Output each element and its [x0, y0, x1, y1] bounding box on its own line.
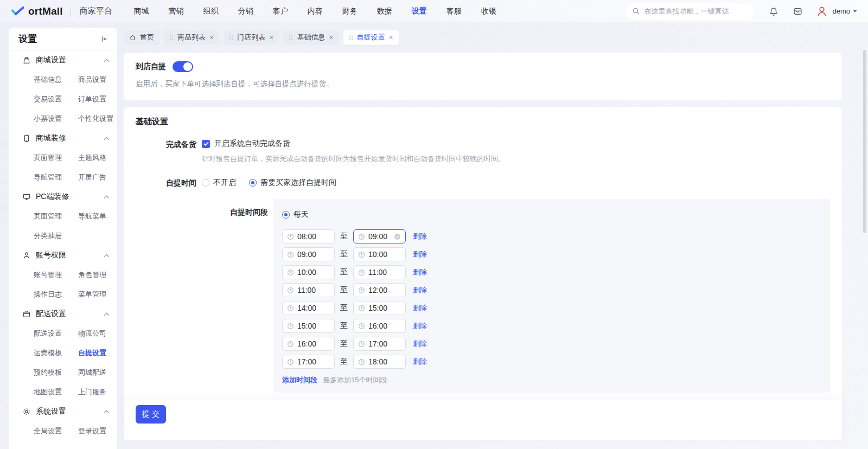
tab-home[interactable]: 首页 — [124, 30, 159, 45]
time-end-input[interactable]: 17:00 — [353, 337, 406, 351]
sidebar-item-pickup-settings[interactable]: 自提设置 — [78, 343, 117, 363]
sidebar-item[interactable]: 同城配送 — [78, 363, 117, 382]
store-pickup-toggle[interactable] — [173, 61, 193, 72]
nav-settings[interactable]: 设置 — [412, 7, 427, 16]
sidebar-section-mall-settings[interactable]: 商城设置 — [9, 50, 117, 70]
pickup-time-label: 自提时间 — [136, 177, 196, 188]
nav-content[interactable]: 内容 — [308, 7, 323, 16]
sidebar-item[interactable]: 个性化设置 — [78, 109, 117, 129]
time-end-input[interactable]: 10:00 — [353, 247, 406, 261]
delete-slot-link[interactable]: 删除 — [413, 232, 427, 241]
sidebar-item[interactable]: 上门服务 — [78, 382, 117, 402]
sidebar-item[interactable]: 小票设置 — [34, 109, 78, 129]
sidebar-item[interactable]: 基础信息 — [34, 70, 78, 89]
sidebar-item[interactable]: 页面管理 — [34, 148, 78, 168]
workbench-box-icon[interactable] — [793, 7, 803, 16]
sidebar-item[interactable]: 物流公司 — [78, 324, 117, 343]
sidebar-item[interactable]: 登录设置 — [78, 421, 117, 441]
submit-button[interactable]: 提 交 — [136, 405, 166, 424]
sidebar-item[interactable]: 菜单管理 — [78, 285, 117, 304]
sidebar-section-account-permission[interactable]: 账号权限 — [9, 246, 117, 265]
time-end-input[interactable]: 09:00 — [353, 229, 406, 243]
sidebar-item[interactable]: 页面管理 — [34, 207, 78, 226]
delete-slot-link[interactable]: 删除 — [413, 249, 427, 259]
nav-finance[interactable]: 财务 — [342, 7, 358, 16]
add-time-slot-link[interactable]: 添加时间段 — [282, 375, 317, 385]
time-start-input[interactable]: 15:00 — [282, 319, 335, 333]
sidebar-item[interactable]: 导航菜单 — [78, 207, 117, 226]
sidebar-item[interactable]: 主题风格 — [78, 148, 117, 168]
sidebar-item[interactable]: 账号管理 — [34, 265, 78, 285]
sidebar-item[interactable]: 操作日志 — [34, 285, 78, 304]
search-box[interactable] — [626, 3, 755, 20]
sidebar-item[interactable]: 商品设置 — [78, 70, 117, 89]
sidebar-item[interactable]: 全局设置 — [34, 421, 78, 441]
nav-organization[interactable]: 组织 — [203, 7, 219, 16]
time-start-input[interactable]: 09:00 — [282, 247, 335, 261]
delete-slot-link[interactable]: 删除 — [413, 321, 427, 331]
time-start-input[interactable]: 08:00 — [282, 229, 335, 243]
sidebar-item[interactable]: 开屏广告 — [78, 168, 117, 187]
nav-cashier[interactable]: 收银 — [481, 7, 496, 16]
user-menu[interactable]: demo — [816, 5, 857, 17]
search-input[interactable] — [644, 7, 748, 15]
nav-distribution[interactable]: 分销 — [238, 7, 253, 16]
sidebar-collapse-icon[interactable] — [100, 35, 108, 43]
auto-prepare-checkbox-label[interactable]: 开启系统自动完成备货 — [214, 139, 290, 149]
prepare-note: 针对预售自提订单，实际完成自动备货的时间为预售开始发货时间和自动备货时间中较晚的… — [202, 154, 830, 164]
nav-service[interactable]: 客服 — [446, 7, 462, 16]
time-end-input[interactable]: 11:00 — [353, 265, 406, 279]
sidebar-section-pc-decoration[interactable]: PC端装修 — [9, 187, 117, 207]
sidebar-item[interactable]: 角色管理 — [78, 265, 117, 285]
sidebar-item[interactable]: 地图设置 — [34, 382, 78, 402]
close-icon[interactable]: × — [209, 34, 214, 41]
logo[interactable]: ortMall 商家平台 — [11, 5, 112, 17]
radio-option-disabled[interactable]: 不开启 — [202, 178, 236, 188]
tab-pickup-settings[interactable]: 自提设置 × — [343, 30, 399, 45]
tab-product-list[interactable]: 商品列表 × — [164, 30, 219, 45]
tab-basic-info[interactable]: 基础信息 × — [283, 30, 339, 45]
auto-prepare-checkbox[interactable] — [202, 140, 210, 148]
time-end-input[interactable]: 12:00 — [353, 283, 406, 297]
time-end-input[interactable]: 18:00 — [353, 355, 406, 369]
radio-option-everyday[interactable]: 每天 — [282, 210, 821, 220]
sidebar-item[interactable]: 分类抽屉 — [34, 226, 78, 246]
clock-icon — [287, 341, 294, 348]
nav-customers[interactable]: 客户 — [273, 7, 288, 16]
notification-bell-icon[interactable] — [769, 7, 778, 16]
nav-mall[interactable]: 商城 — [134, 7, 149, 16]
sidebar-item[interactable]: 预约模板 — [34, 363, 78, 382]
time-start-input[interactable]: 14:00 — [282, 301, 335, 315]
sidebar-item[interactable]: 导航管理 — [34, 168, 78, 187]
nav-data[interactable]: 数据 — [377, 7, 392, 16]
delete-slot-link[interactable]: 删除 — [413, 303, 427, 313]
delete-slot-link[interactable]: 删除 — [413, 285, 427, 295]
delete-slot-link[interactable]: 删除 — [413, 267, 427, 277]
time-end-input[interactable]: 16:00 — [353, 319, 406, 333]
tab-store-list[interactable]: 门店列表 × — [224, 30, 279, 45]
close-icon[interactable]: × — [269, 34, 273, 41]
clock-icon — [358, 323, 365, 330]
clear-input-icon[interactable] — [394, 233, 401, 240]
time-start-input[interactable]: 11:00 — [282, 283, 335, 297]
scrollbar-thumb[interactable] — [863, 50, 866, 233]
radio-option-buyer-selects[interactable]: 需要买家选择自提时间 — [249, 178, 336, 188]
time-start-input[interactable]: 17:00 — [282, 355, 335, 369]
time-start-input[interactable]: 16:00 — [282, 337, 335, 351]
sidebar-section-system-settings[interactable]: 系统设置 — [9, 402, 117, 421]
close-icon[interactable]: × — [329, 34, 333, 41]
username: demo — [832, 7, 850, 15]
clock-icon — [358, 341, 365, 348]
close-icon[interactable]: × — [389, 34, 393, 41]
time-end-input[interactable]: 15:00 — [353, 301, 406, 315]
sidebar-item[interactable]: 订单设置 — [78, 89, 117, 109]
delete-slot-link[interactable]: 删除 — [413, 357, 427, 367]
nav-marketing[interactable]: 营销 — [169, 7, 184, 16]
delete-slot-link[interactable]: 删除 — [413, 339, 427, 349]
sidebar-section-delivery-settings[interactable]: 配送设置 — [9, 304, 117, 324]
time-start-input[interactable]: 10:00 — [282, 265, 335, 279]
sidebar-section-mall-decoration[interactable]: 商城装修 — [9, 129, 117, 148]
sidebar-item[interactable]: 运费模板 — [34, 343, 78, 363]
sidebar-item[interactable]: 交易设置 — [34, 89, 78, 109]
sidebar-item[interactable]: 配送设置 — [34, 324, 78, 343]
